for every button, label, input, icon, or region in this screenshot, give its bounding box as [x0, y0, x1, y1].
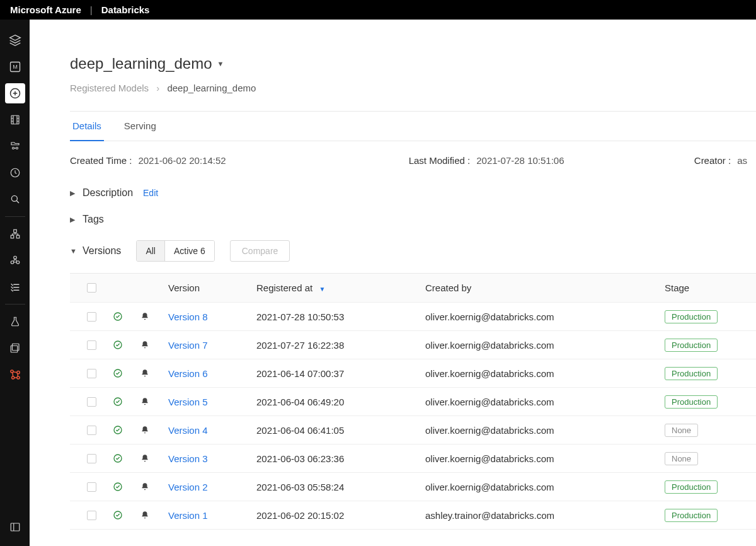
meta-modified: Last Modified : 2021-07-28 10:51:06: [409, 155, 564, 166]
tab-serving[interactable]: Serving: [122, 112, 159, 141]
feature-store-icon[interactable]: [5, 338, 25, 358]
status-ready-icon: [113, 397, 140, 407]
row-checkbox[interactable]: [87, 482, 96, 492]
jobs-icon[interactable]: [5, 277, 25, 297]
repo-icon[interactable]: [5, 136, 25, 156]
version-link[interactable]: Version 1: [168, 510, 208, 521]
models-icon[interactable]: [5, 364, 25, 385]
section-description[interactable]: ▶ Description Edit: [70, 180, 756, 206]
svg-point-18: [11, 376, 14, 379]
status-ready-icon: [113, 340, 140, 350]
status-ready-icon: [113, 311, 140, 322]
section-tags[interactable]: ▶ Tags: [70, 206, 756, 233]
cell-created-by: oliver.koernig@databricks.com: [425, 397, 665, 407]
nav-divider: [5, 216, 25, 217]
main-content: deep_learning_demo ▼ Registered Models ›…: [30, 20, 756, 546]
recent-icon[interactable]: [5, 163, 25, 183]
cell-registered: 2021-06-02 20:15:02: [256, 510, 425, 521]
databricks-logo-icon[interactable]: [5, 30, 25, 50]
row-checkbox[interactable]: [87, 340, 96, 350]
row-checkbox-cell: [70, 454, 113, 463]
bell-icon[interactable]: [140, 482, 168, 491]
svg-point-13: [13, 256, 16, 259]
panel-toggle-icon[interactable]: [5, 517, 25, 537]
meta-creator-value: as: [737, 155, 747, 166]
cell-created-by: oliver.koernig@databricks.com: [425, 368, 665, 379]
meta-created: Created Time : 2021-06-02 20:14:52: [70, 155, 226, 166]
experiments-icon[interactable]: [5, 311, 25, 332]
versions-table: Version Registered at ▼ Created by Stage…: [70, 273, 756, 530]
cell-stage: Production: [665, 480, 756, 494]
version-link[interactable]: Version 2: [168, 482, 208, 492]
table-row: Version 52021-06-04 06:49:20oliver.koern…: [70, 388, 756, 416]
cell-created-by: oliver.koernig@databricks.com: [425, 453, 665, 464]
svg-point-12: [16, 261, 20, 264]
create-icon[interactable]: [5, 83, 25, 103]
cell-created-by: oliver.koernig@databricks.com: [425, 482, 665, 492]
meta-creator: Creator : as: [694, 155, 756, 166]
version-link[interactable]: Version 8: [168, 311, 208, 322]
version-link[interactable]: Version 3: [168, 453, 208, 464]
cell-registered: 2021-06-03 05:58:24: [256, 482, 425, 492]
model-icon[interactable]: M: [5, 57, 25, 77]
status-ready-icon: [113, 482, 140, 492]
bell-icon[interactable]: [140, 397, 168, 406]
row-checkbox[interactable]: [87, 397, 96, 407]
bell-icon[interactable]: [140, 312, 168, 321]
version-link[interactable]: Version 6: [168, 368, 208, 379]
row-checkbox[interactable]: [87, 454, 96, 463]
search-icon[interactable]: [5, 189, 25, 209]
bell-icon[interactable]: [140, 369, 168, 378]
version-link[interactable]: Version 4: [168, 425, 208, 436]
cell-stage: None: [665, 452, 756, 465]
edit-description-link[interactable]: Edit: [143, 188, 158, 198]
compute-icon[interactable]: [5, 250, 25, 270]
filter-active-button[interactable]: Active 6: [164, 241, 214, 261]
breadcrumb-root[interactable]: Registered Models: [70, 83, 149, 93]
bell-icon[interactable]: [140, 426, 168, 434]
chevron-right-icon: ›: [156, 83, 159, 93]
nav-divider-2: [5, 304, 25, 305]
version-link[interactable]: Version 7: [168, 340, 208, 351]
svg-rect-14: [12, 344, 19, 351]
row-checkbox[interactable]: [87, 312, 96, 322]
svg-point-5: [16, 148, 18, 149]
header-stage[interactable]: Stage: [665, 282, 756, 293]
filter-all-button[interactable]: All: [137, 241, 164, 261]
data-icon[interactable]: [5, 224, 25, 244]
header-registered[interactable]: Registered at ▼: [256, 282, 425, 293]
row-checkbox[interactable]: [87, 511, 96, 520]
brand-databricks: Databricks: [101, 4, 150, 15]
meta-created-value: 2021-06-02 20:14:52: [138, 155, 226, 166]
row-checkbox-cell: [70, 312, 113, 322]
compare-button[interactable]: Compare: [230, 240, 290, 262]
meta-creator-label: Creator :: [694, 155, 731, 166]
bell-icon[interactable]: [140, 511, 168, 520]
caret-right-icon: ▶: [70, 189, 76, 197]
cell-stage: Production: [665, 367, 756, 380]
cell-registered: 2021-07-28 10:50:53: [256, 311, 425, 322]
stage-badge: Production: [665, 310, 718, 323]
svg-point-17: [16, 371, 19, 374]
row-checkbox[interactable]: [87, 369, 96, 378]
status-ready-icon: [113, 425, 140, 435]
row-checkbox[interactable]: [87, 426, 96, 435]
header-created-by[interactable]: Created by: [425, 282, 665, 293]
svg-rect-8: [13, 229, 16, 233]
film-icon[interactable]: [5, 110, 25, 130]
tab-details[interactable]: Details: [70, 112, 104, 141]
svg-point-4: [12, 148, 14, 149]
bell-icon[interactable]: [140, 340, 168, 349]
table-row: Version 82021-07-28 10:50:53oliver.koern…: [70, 303, 756, 331]
svg-text:M: M: [13, 64, 18, 70]
header-version[interactable]: Version: [168, 282, 256, 293]
table-row: Version 22021-06-03 05:58:24oliver.koern…: [70, 473, 756, 501]
cell-stage: None: [665, 424, 756, 437]
caret-down-icon[interactable]: ▼: [70, 247, 76, 255]
select-all-checkbox[interactable]: [87, 283, 96, 293]
bell-icon[interactable]: [140, 454, 168, 463]
version-link[interactable]: Version 5: [168, 397, 208, 407]
title-dropdown-icon[interactable]: ▼: [217, 60, 224, 67]
cell-registered: 2021-06-03 06:23:36: [256, 453, 425, 464]
header-checkbox-cell: [70, 283, 113, 293]
